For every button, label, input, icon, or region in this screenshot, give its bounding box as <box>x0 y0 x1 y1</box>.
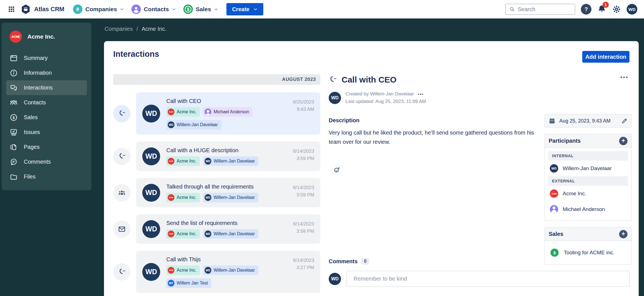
byline-more-menu[interactable]: ••• <box>418 92 424 97</box>
interaction-card: WD Call with CEO ACMEAcme Inc. Michael A… <box>136 92 320 135</box>
search-box[interactable] <box>505 4 575 15</box>
edit-datetime-pencil-icon[interactable] <box>621 118 628 124</box>
dollar-circle-icon: $ <box>10 113 18 122</box>
person-avatar-icon <box>205 109 211 115</box>
settings-gear-icon[interactable] <box>612 5 621 14</box>
add-participant-button[interactable]: + <box>619 137 628 145</box>
user-avatar-icon: WD <box>168 121 174 128</box>
tag-company[interactable]: ACMEAcme Inc. <box>166 193 200 202</box>
tag-contact[interactable]: Michael Anderson <box>203 107 252 117</box>
breadcrumb-companies[interactable]: Companies <box>105 26 133 32</box>
company-sidebar: ACME Acme Inc. Summary Information Inter… <box>2 23 91 190</box>
comments-title: Comments <box>329 258 357 265</box>
sidebar-item-summary[interactable]: Summary <box>6 51 87 65</box>
tag-user[interactable]: WDWillem-Jan Davelaar <box>203 193 258 202</box>
add-reaction-button[interactable] <box>330 165 343 174</box>
timeline-item-talked-requirements[interactable]: WD Talked through all the requirements A… <box>113 178 320 207</box>
user-avatar-icon: WD <box>205 231 211 237</box>
acme-logo-icon: ACME <box>168 267 174 274</box>
call-icon <box>113 263 131 281</box>
tag-user[interactable]: WTWillem Jan Test <box>166 278 211 288</box>
help-button[interactable]: ? <box>581 4 591 15</box>
sidebar-item-files[interactable]: Files <box>6 169 87 184</box>
interaction-title: Call with CEO <box>166 98 287 104</box>
created-by: Created by Willem-Jan Davelaar <box>345 91 414 97</box>
folder-icon <box>10 173 18 181</box>
app-switcher-grid-icon[interactable] <box>7 4 16 14</box>
tag-user[interactable]: WDWillem-Jan Davelaar <box>203 229 258 239</box>
detail-title: Call with CEO <box>342 75 397 84</box>
acme-logo-icon: ACME <box>550 189 558 198</box>
nav-menu-sales[interactable]: $ Sales <box>180 3 222 15</box>
tag-user[interactable]: WDWillem-Jan Davelaar <box>203 156 258 166</box>
avatar: WD <box>142 105 160 123</box>
create-button[interactable]: Create <box>226 3 263 15</box>
breadcrumb-separator: / <box>136 26 138 32</box>
participant-row-company[interactable]: ACME Acme Inc. <box>548 186 628 201</box>
user-avatar-icon: WT <box>168 280 174 286</box>
call-icon <box>329 76 337 84</box>
nav-menu-contacts[interactable]: Contacts <box>128 3 180 15</box>
add-sale-button[interactable]: + <box>619 230 628 238</box>
companies-building-icon <box>73 4 82 14</box>
tag-user[interactable]: WDWillem-Jan Davelaar <box>166 120 221 130</box>
interaction-date: 8/14/2023 3:59 PM <box>293 184 314 199</box>
acme-logo-icon: ACME <box>10 30 22 43</box>
participant-row-internal[interactable]: WD Willem-Jan Davelaar <box>548 161 628 176</box>
tag-company[interactable]: ACMEAcme Inc. <box>166 229 200 239</box>
tag-company[interactable]: ACMEAcme Inc. <box>166 266 200 275</box>
sales-title: Sales <box>549 231 563 237</box>
interaction-date: 8/14/2023 3:58 PM <box>293 220 314 235</box>
search-input[interactable] <box>518 6 571 13</box>
comment-input[interactable] <box>347 271 630 287</box>
participant-row-contact[interactable]: Michael Anderson <box>548 201 628 217</box>
comment-bubble-icon <box>10 158 18 166</box>
tag-company[interactable]: ACMEAcme Inc. <box>166 107 200 117</box>
user-avatar[interactable]: WD <box>627 4 637 15</box>
interaction-card: WD Call with Thijs ACMEAcme Inc. WDWille… <box>136 251 320 293</box>
search-icon <box>509 6 515 12</box>
timeline-item-call-with-thijs[interactable]: WD Call with Thijs ACMEAcme Inc. WDWille… <box>113 251 320 293</box>
interactions-timeline: AUGUST 2023 WD Call with CEO ACMEAcme In… <box>113 74 320 296</box>
sidebar-item-comments[interactable]: Comments <box>6 154 87 169</box>
sidebar-item-contacts[interactable]: Contacts <box>6 95 87 110</box>
user-avatar-icon: WD <box>550 164 558 173</box>
atlas-crm-logo[interactable]: Atlas CRM <box>20 4 64 15</box>
avatar: WD <box>329 92 341 104</box>
calendar-icon <box>548 117 556 124</box>
people-group-icon <box>10 98 18 107</box>
company-header: ACME Acme Inc. <box>6 30 87 43</box>
person-avatar-icon <box>550 205 558 213</box>
interaction-card: WD Talked through all the requirements A… <box>136 178 320 207</box>
call-icon <box>113 148 131 165</box>
timeline-item-call-huge-description[interactable]: WD Call with a HUGE description ACMEAcme… <box>113 142 320 171</box>
description-text: Very long call but he liked the product,… <box>329 128 537 147</box>
external-section-label: EXTERNAL <box>548 176 628 186</box>
interaction-datetime: Aug 25, 2023, 9:43 AM <box>559 118 610 124</box>
avatar: WD <box>142 147 160 165</box>
interaction-detail: Call with CEO WD Created by Willem-Jan D… <box>329 75 538 147</box>
add-interaction-button[interactable]: Add interaction <box>582 51 629 63</box>
timeline-item-send-requirements[interactable]: WD Send the list of requirements ACMEAcm… <box>113 214 320 244</box>
sidebar-item-interactions[interactable]: Interactions <box>6 80 87 95</box>
sidebar-item-issues[interactable]: Issues <box>6 125 87 140</box>
notification-badge: 1 <box>603 2 609 8</box>
interaction-title: Call with a HUGE description <box>166 147 287 154</box>
sidebar-item-pages[interactable]: Pages <box>6 140 87 154</box>
tag-company[interactable]: ACMEAcme Inc. <box>166 156 200 166</box>
summary-icon <box>10 54 18 62</box>
notifications-bell-icon[interactable]: 1 <box>597 4 607 14</box>
tag-user[interactable]: WDWillem-Jan Davelaar <box>203 266 258 275</box>
chevron-down-icon <box>214 7 218 11</box>
sidebar-item-sales[interactable]: $ Sales <box>6 110 87 125</box>
interaction-datetime-chip[interactable]: Aug 25, 2023, 9:43 AM <box>544 114 632 128</box>
detail-more-menu[interactable]: ••• <box>620 74 629 81</box>
sidebar-item-information[interactable]: Information <box>6 65 87 80</box>
acme-logo-icon: ACME <box>168 109 174 115</box>
interaction-title: Call with Thijs <box>166 256 287 263</box>
timeline-item-call-with-ceo[interactable]: WD Call with CEO ACMEAcme Inc. Michael A… <box>113 92 320 135</box>
avatar: WD <box>329 273 341 285</box>
nav-menu-companies[interactable]: Companies <box>69 3 128 15</box>
atlas-crm-logo-icon <box>20 4 31 15</box>
pages-icon <box>10 143 18 151</box>
